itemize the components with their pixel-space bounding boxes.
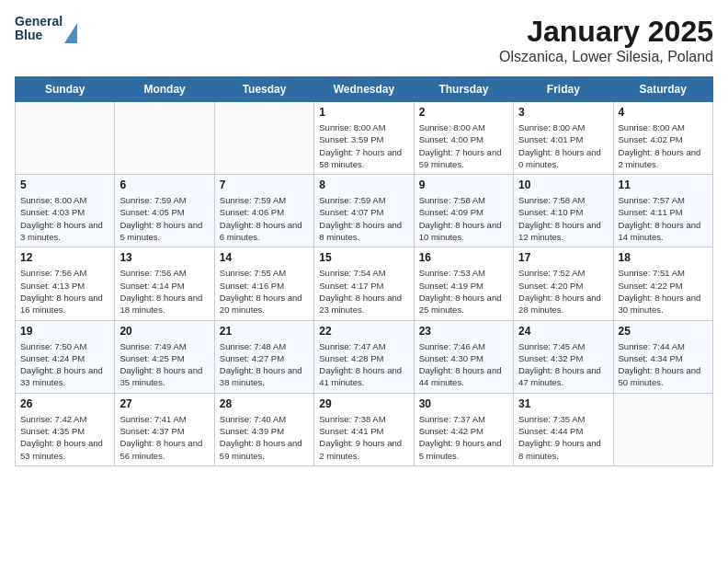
day-number: 8 xyxy=(319,178,408,191)
day-number: 5 xyxy=(20,178,109,191)
calendar-day-cell xyxy=(115,102,214,175)
day-info: Sunrise: 7:42 AMSunset: 4:35 PMDaylight:… xyxy=(20,413,109,462)
title-area: January 2025 Olszanica, Lower Silesia, P… xyxy=(499,15,713,65)
weekday-header: Sunday xyxy=(16,77,115,102)
day-info: Sunrise: 7:58 AMSunset: 4:09 PMDaylight:… xyxy=(419,194,508,243)
calendar-week-row: 1Sunrise: 8:00 AMSunset: 3:59 PMDaylight… xyxy=(16,102,713,175)
calendar-day-cell: 16Sunrise: 7:53 AMSunset: 4:19 PMDayligh… xyxy=(414,247,513,320)
day-info: Sunrise: 7:56 AMSunset: 4:13 PMDaylight:… xyxy=(20,267,109,316)
weekday-header: Wednesday xyxy=(314,77,414,102)
weekday-header: Tuesday xyxy=(214,77,313,102)
day-number: 21 xyxy=(220,325,309,338)
day-info: Sunrise: 8:00 AMSunset: 3:59 PMDaylight:… xyxy=(319,121,408,170)
calendar-day-cell: 23Sunrise: 7:46 AMSunset: 4:30 PMDayligh… xyxy=(414,320,513,393)
day-info: Sunrise: 8:00 AMSunset: 4:02 PMDaylight:… xyxy=(619,121,708,170)
calendar-day-cell: 2Sunrise: 8:00 AMSunset: 4:00 PMDaylight… xyxy=(414,102,513,175)
page-header: General Blue January 2025 Olszanica, Low… xyxy=(15,15,713,65)
day-info: Sunrise: 7:40 AMSunset: 4:39 PMDaylight:… xyxy=(220,413,309,462)
calendar-week-row: 12Sunrise: 7:56 AMSunset: 4:13 PMDayligh… xyxy=(16,247,713,320)
day-number: 7 xyxy=(220,178,309,191)
calendar-day-cell: 21Sunrise: 7:48 AMSunset: 4:27 PMDayligh… xyxy=(214,320,313,393)
day-number: 20 xyxy=(119,325,209,338)
calendar-day-cell: 31Sunrise: 7:35 AMSunset: 4:44 PMDayligh… xyxy=(514,393,613,465)
calendar-week-row: 19Sunrise: 7:50 AMSunset: 4:24 PMDayligh… xyxy=(16,320,713,393)
calendar-day-cell: 29Sunrise: 7:38 AMSunset: 4:41 PMDayligh… xyxy=(314,393,414,465)
day-info: Sunrise: 8:00 AMSunset: 4:00 PMDaylight:… xyxy=(419,121,508,170)
day-info: Sunrise: 7:45 AMSunset: 4:32 PMDaylight:… xyxy=(518,340,608,389)
calendar-day-cell: 7Sunrise: 7:59 AMSunset: 4:06 PMDaylight… xyxy=(214,175,313,247)
calendar-day-cell: 18Sunrise: 7:51 AMSunset: 4:22 PMDayligh… xyxy=(613,247,712,320)
calendar-day-cell: 20Sunrise: 7:49 AMSunset: 4:25 PMDayligh… xyxy=(115,320,214,393)
calendar-week-row: 5Sunrise: 8:00 AMSunset: 4:03 PMDaylight… xyxy=(16,175,713,247)
day-number: 1 xyxy=(319,106,408,119)
day-number: 29 xyxy=(319,397,408,410)
day-info: Sunrise: 7:57 AMSunset: 4:11 PMDaylight:… xyxy=(619,194,708,243)
calendar-day-cell: 1Sunrise: 8:00 AMSunset: 3:59 PMDaylight… xyxy=(314,102,414,175)
day-info: Sunrise: 7:55 AMSunset: 4:16 PMDaylight:… xyxy=(220,267,309,316)
calendar-day-cell: 13Sunrise: 7:56 AMSunset: 4:14 PMDayligh… xyxy=(115,247,214,320)
calendar-day-cell: 3Sunrise: 8:00 AMSunset: 4:01 PMDaylight… xyxy=(514,102,613,175)
calendar-day-cell: 11Sunrise: 7:57 AMSunset: 4:11 PMDayligh… xyxy=(613,175,712,247)
day-info: Sunrise: 7:51 AMSunset: 4:22 PMDaylight:… xyxy=(619,267,708,316)
day-number: 27 xyxy=(119,397,209,410)
day-info: Sunrise: 7:56 AMSunset: 4:14 PMDaylight:… xyxy=(119,267,209,316)
day-number: 13 xyxy=(119,251,209,264)
day-info: Sunrise: 7:52 AMSunset: 4:20 PMDaylight:… xyxy=(518,267,608,316)
day-info: Sunrise: 7:59 AMSunset: 4:07 PMDaylight:… xyxy=(319,194,408,243)
calendar-day-cell xyxy=(613,393,712,465)
day-number: 31 xyxy=(518,397,608,410)
weekday-header: Saturday xyxy=(613,77,712,102)
day-info: Sunrise: 7:53 AMSunset: 4:19 PMDaylight:… xyxy=(419,267,508,316)
day-info: Sunrise: 7:46 AMSunset: 4:30 PMDaylight:… xyxy=(419,340,508,389)
calendar-day-cell: 5Sunrise: 8:00 AMSunset: 4:03 PMDaylight… xyxy=(16,175,115,247)
day-number: 2 xyxy=(419,106,508,119)
logo-triangle-icon xyxy=(64,23,77,43)
day-number: 23 xyxy=(419,325,508,338)
day-info: Sunrise: 7:48 AMSunset: 4:27 PMDaylight:… xyxy=(220,340,309,389)
day-info: Sunrise: 7:44 AMSunset: 4:34 PMDaylight:… xyxy=(619,340,708,389)
day-number: 14 xyxy=(220,251,309,264)
day-info: Sunrise: 7:59 AMSunset: 4:05 PMDaylight:… xyxy=(119,194,209,243)
calendar-subtitle: Olszanica, Lower Silesia, Poland xyxy=(499,49,713,65)
calendar-day-cell: 19Sunrise: 7:50 AMSunset: 4:24 PMDayligh… xyxy=(16,320,115,393)
calendar-day-cell: 28Sunrise: 7:40 AMSunset: 4:39 PMDayligh… xyxy=(214,393,313,465)
weekday-header: Monday xyxy=(115,77,214,102)
day-info: Sunrise: 7:58 AMSunset: 4:10 PMDaylight:… xyxy=(518,194,608,243)
day-info: Sunrise: 7:59 AMSunset: 4:06 PMDaylight:… xyxy=(220,194,309,243)
day-number: 12 xyxy=(20,251,109,264)
day-info: Sunrise: 7:50 AMSunset: 4:24 PMDaylight:… xyxy=(20,340,109,389)
day-info: Sunrise: 7:38 AMSunset: 4:41 PMDaylight:… xyxy=(319,413,408,462)
day-info: Sunrise: 7:41 AMSunset: 4:37 PMDaylight:… xyxy=(119,413,209,462)
day-number: 24 xyxy=(518,325,608,338)
calendar-day-cell: 4Sunrise: 8:00 AMSunset: 4:02 PMDaylight… xyxy=(613,102,712,175)
logo: General Blue xyxy=(15,15,77,43)
weekday-header: Thursday xyxy=(414,77,513,102)
logo-text: General Blue xyxy=(15,15,63,43)
weekday-header: Friday xyxy=(514,77,613,102)
calendar-day-cell: 6Sunrise: 7:59 AMSunset: 4:05 PMDaylight… xyxy=(115,175,214,247)
day-number: 28 xyxy=(220,397,309,410)
day-info: Sunrise: 7:49 AMSunset: 4:25 PMDaylight:… xyxy=(119,340,209,389)
day-number: 18 xyxy=(619,251,708,264)
day-number: 9 xyxy=(419,178,508,191)
day-number: 3 xyxy=(518,106,608,119)
calendar-day-cell: 24Sunrise: 7:45 AMSunset: 4:32 PMDayligh… xyxy=(514,320,613,393)
day-number: 17 xyxy=(518,251,608,264)
calendar-day-cell: 27Sunrise: 7:41 AMSunset: 4:37 PMDayligh… xyxy=(115,393,214,465)
calendar-table: SundayMondayTuesdayWednesdayThursdayFrid… xyxy=(15,76,713,466)
calendar-day-cell: 22Sunrise: 7:47 AMSunset: 4:28 PMDayligh… xyxy=(314,320,414,393)
day-number: 16 xyxy=(419,251,508,264)
day-number: 26 xyxy=(20,397,109,410)
day-number: 6 xyxy=(119,178,209,191)
calendar-day-cell: 15Sunrise: 7:54 AMSunset: 4:17 PMDayligh… xyxy=(314,247,414,320)
calendar-day-cell: 26Sunrise: 7:42 AMSunset: 4:35 PMDayligh… xyxy=(16,393,115,465)
weekday-header-row: SundayMondayTuesdayWednesdayThursdayFrid… xyxy=(16,77,713,102)
calendar-title: January 2025 xyxy=(499,15,713,49)
calendar-day-cell xyxy=(16,102,115,175)
calendar-day-cell: 14Sunrise: 7:55 AMSunset: 4:16 PMDayligh… xyxy=(214,247,313,320)
day-number: 15 xyxy=(319,251,408,264)
day-number: 4 xyxy=(619,106,708,119)
calendar-day-cell: 12Sunrise: 7:56 AMSunset: 4:13 PMDayligh… xyxy=(16,247,115,320)
day-info: Sunrise: 7:54 AMSunset: 4:17 PMDaylight:… xyxy=(319,267,408,316)
day-info: Sunrise: 8:00 AMSunset: 4:03 PMDaylight:… xyxy=(20,194,109,243)
